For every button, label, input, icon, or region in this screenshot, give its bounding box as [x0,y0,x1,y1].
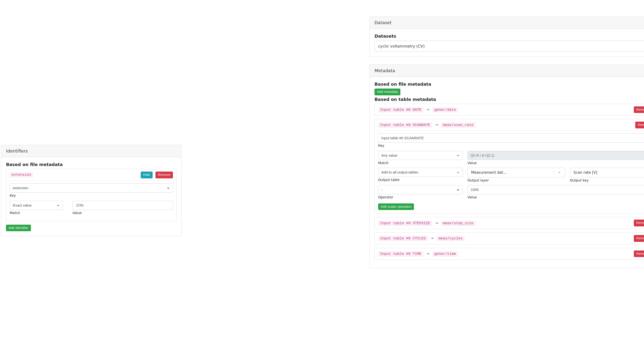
output-table-select[interactable]: Add to all output tables [378,168,463,177]
rule-src: Input table #0 TIME [378,252,423,257]
rule-dst: meas/scan_rate [441,123,476,128]
chevron-down-icon[interactable] [554,171,565,174]
key-select[interactable]: Input table #0 SCANRATE [378,133,644,143]
operator-label: Operator [378,195,463,199]
add-metadata-button[interactable]: Add metadata [374,89,400,95]
dataset-select[interactable]: cyclic voltammetry (CV) × [374,40,644,52]
identifiers-section-title: Based on file metadata [6,162,176,167]
remove-button[interactable]: Remove [156,172,173,178]
dataset-card: Dataset Datasets cyclic voltammetry (CV)… [370,16,644,57]
value-label: Value [72,211,173,215]
key-label: Key [10,194,173,197]
output-key-value: Scan rate [V] [574,170,644,175]
metadata-rule: Input table #0 CYCLES → meas/cycles Remo… [374,232,644,245]
dataset-sub-title: Datasets [374,33,644,39]
metadata-table-title: Based on table metadata [374,97,644,102]
hide-button[interactable]: Hide [141,172,152,178]
rule-dst: meas/cycles [437,236,464,241]
add-scalar-operation-button[interactable]: Add scalar operation [378,203,414,210]
arrow-icon: → [435,123,438,127]
rule-src: Input table #0 DATE [378,107,423,112]
output-layer-select[interactable]: Measurement det… [468,168,565,177]
remove-button[interactable]: Remove [635,122,644,128]
dataset-header: Dataset [370,17,644,29]
value-label: Value [468,161,644,165]
match-select[interactable]: Exact value [10,201,63,210]
rule-dst: gener/date [432,107,458,112]
operator-value-label: Value [468,195,644,199]
remove-button[interactable]: Remove [634,106,644,113]
rule-src: Input table #0 STEPSIZE [378,221,432,226]
arrow-icon: → [435,221,438,225]
arrow-icon: → [426,107,429,112]
identifier-tag: extension [10,172,33,177]
match-label: Match [10,211,63,215]
arrow-icon: → [430,236,434,240]
identifiers-header: Identifiers [1,145,181,157]
remove-button[interactable]: Remove [634,235,644,242]
metadata-header: Metadata [370,65,644,77]
operator-select[interactable]: : [378,185,463,194]
metadata-card: Metadata Based on file metadata Add meta… [370,64,644,268]
metadata-rule: Input table #0 SCANRATE → meas/scan_rate… [374,119,644,214]
add-identifier-button[interactable]: Add Identifier [6,225,31,231]
operator-value-input[interactable] [468,185,644,194]
output-key-select[interactable]: Scan rate [V] [570,168,644,177]
output-table-label: Output table [378,178,463,182]
match-label: Match [378,161,463,165]
key-select[interactable]: extension [10,183,173,193]
identifier-rule: extension Hide Remove extension Key [6,169,176,221]
value-input[interactable] [72,201,173,210]
metadata-rule: Input table #0 STEPSIZE → meas/step_size… [374,217,644,229]
metadata-rule: Input table #0 DATE → gener/date Remove … [374,104,644,116]
output-layer-label: Output layer [468,178,565,182]
match-select[interactable]: Any value [378,151,463,160]
rule-src: Input table #0 CYCLES [378,236,428,241]
rule-dst: gener/time [432,252,458,257]
rule-dst: meas/step_size [441,221,476,226]
arrow-icon: → [426,252,429,256]
remove-button[interactable]: Remove [634,251,644,257]
output-key-label: Output key [570,178,644,182]
rule-src: Input table #0 SCANRATE [378,123,432,128]
key-label: Key [378,144,644,147]
value-input [468,151,644,160]
metadata-file-title: Based on file metadata [374,82,644,87]
dataset-select-value: cyclic voltammetry (CV) [378,44,644,48]
remove-button[interactable]: Remove [634,220,644,226]
metadata-rule: Input table #0 TIME → gener/time Remove … [374,248,644,260]
identifiers-card: Identifiers Based on file metadata exten… [1,145,182,236]
output-layer-value: Measurement det… [471,170,554,175]
